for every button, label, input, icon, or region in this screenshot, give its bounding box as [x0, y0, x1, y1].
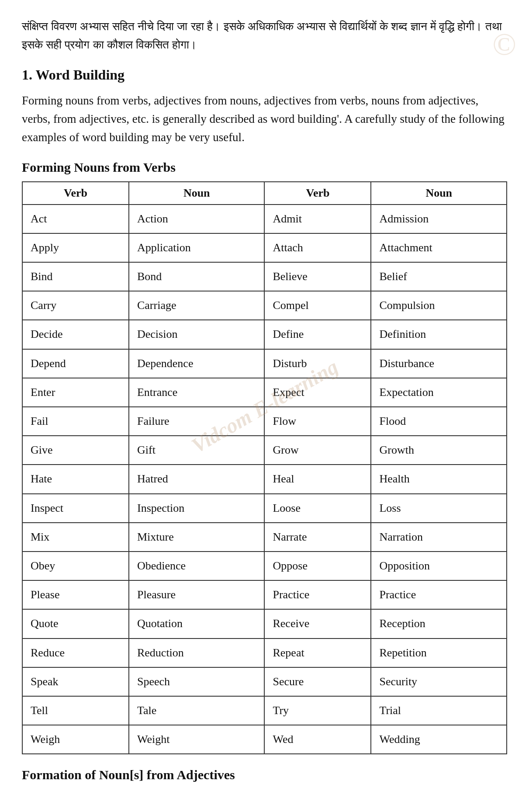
verb1-cell: Bind [22, 262, 129, 291]
verb1-cell: Carry [22, 291, 129, 320]
noun1-cell: Bond [129, 262, 265, 291]
verb2-cell: Disturb [264, 349, 371, 378]
bottom-heading: Formation of Noun[s] from Adjectives [22, 767, 507, 782]
noun2-cell: Health [371, 465, 507, 493]
verb2-cell: Expect [264, 378, 371, 407]
verb1-cell: Please [22, 580, 129, 609]
verb2-cell: Wed [264, 725, 371, 754]
verb1-cell: Tell [22, 696, 129, 725]
noun2-cell: Admission [371, 205, 507, 233]
hindi-intro-text: संक्षिप्त विवरण अभ्यास सहित नीचे दिया जा… [22, 17, 507, 54]
word-building-table: Verb Noun Verb Noun ActActionAdmitAdmiss… [22, 181, 507, 755]
noun1-cell: Application [129, 233, 265, 262]
verb1-cell: Hate [22, 465, 129, 493]
verb2-cell: Repeat [264, 638, 371, 667]
verb2-cell: Flow [264, 407, 371, 436]
verb1-cell: Reduce [22, 638, 129, 667]
noun2-cell: Security [371, 667, 507, 696]
noun2-cell: Belief [371, 262, 507, 291]
table-row: PleasePleasurePracticePractice [22, 580, 507, 609]
table-row: BindBondBelieveBelief [22, 262, 507, 291]
noun1-cell: Speech [129, 667, 265, 696]
table-row: FailFailureFlowFlood [22, 407, 507, 436]
noun1-cell: Weight [129, 725, 265, 754]
noun1-cell: Hatred [129, 465, 265, 493]
noun2-cell: Opposition [371, 552, 507, 580]
noun2-cell: Practice [371, 580, 507, 609]
noun2-cell: Attachment [371, 233, 507, 262]
verb1-cell: Inspect [22, 494, 129, 523]
noun1-cell: Failure [129, 407, 265, 436]
noun2-cell: Repetition [371, 638, 507, 667]
noun1-cell: Reduction [129, 638, 265, 667]
noun2-cell: Compulsion [371, 291, 507, 320]
table-row: DecideDecisionDefineDefinition [22, 320, 507, 349]
verb1-cell: Give [22, 436, 129, 465]
verb1-cell: Obey [22, 552, 129, 580]
verb2-cell: Grow [264, 436, 371, 465]
noun1-cell: Gift [129, 436, 265, 465]
noun1-cell: Quotation [129, 609, 265, 638]
verb1-cell: Apply [22, 233, 129, 262]
table-row: WeighWeightWedWedding [22, 725, 507, 754]
noun1-cell: Dependence [129, 349, 265, 378]
noun2-cell: Growth [371, 436, 507, 465]
noun2-cell: Definition [371, 320, 507, 349]
verb2-cell: Heal [264, 465, 371, 493]
table-row: DependDependenceDisturbDisturbance [22, 349, 507, 378]
table-row: GiveGiftGrowGrowth [22, 436, 507, 465]
table-row: SpeakSpeechSecureSecurity [22, 667, 507, 696]
table-row: InspectInspectionLooseLoss [22, 494, 507, 523]
noun1-cell: Obedience [129, 552, 265, 580]
noun1-cell: Tale [129, 696, 265, 725]
table-row: ApplyApplicationAttachAttachment [22, 233, 507, 262]
verb2-cell: Oppose [264, 552, 371, 580]
verb2-cell: Compel [264, 291, 371, 320]
verb1-cell: Mix [22, 523, 129, 552]
table-row: QuoteQuotationReceiveReception [22, 609, 507, 638]
verb2-cell: Practice [264, 580, 371, 609]
noun1-cell: Decision [129, 320, 265, 349]
table-row: HateHatredHealHealth [22, 465, 507, 493]
noun2-cell: Trial [371, 696, 507, 725]
verb2-cell: Narrate [264, 523, 371, 552]
noun2-cell: Expectation [371, 378, 507, 407]
header-verb2: Verb [264, 182, 371, 205]
table-row: EnterEntranceExpectExpectation [22, 378, 507, 407]
table-row: CarryCarriageCompelCompulsion [22, 291, 507, 320]
noun2-cell: Narration [371, 523, 507, 552]
noun2-cell: Wedding [371, 725, 507, 754]
table-row: ReduceReductionRepeatRepetition [22, 638, 507, 667]
intro-paragraph: Forming nouns from verbs, adjectives fro… [22, 92, 507, 147]
noun2-cell: Disturbance [371, 349, 507, 378]
verb1-cell: Quote [22, 609, 129, 638]
verb2-cell: Secure [264, 667, 371, 696]
table-row: TellTaleTryTrial [22, 696, 507, 725]
verb2-cell: Receive [264, 609, 371, 638]
nouns-from-verbs-heading: Forming Nouns from Verbs [22, 160, 507, 175]
noun1-cell: Inspection [129, 494, 265, 523]
noun1-cell: Action [129, 205, 265, 233]
noun1-cell: Entrance [129, 378, 265, 407]
section-heading: 1. Word Building [22, 67, 507, 83]
noun1-cell: Pleasure [129, 580, 265, 609]
verb2-cell: Loose [264, 494, 371, 523]
noun1-cell: Carriage [129, 291, 265, 320]
verb1-cell: Act [22, 205, 129, 233]
header-noun2: Noun [371, 182, 507, 205]
noun2-cell: Loss [371, 494, 507, 523]
verb1-cell: Speak [22, 667, 129, 696]
verb2-cell: Believe [264, 262, 371, 291]
table-row: ObeyObedienceOpposeOpposition [22, 552, 507, 580]
verb2-cell: Define [264, 320, 371, 349]
header-verb1: Verb [22, 182, 129, 205]
header-noun1: Noun [129, 182, 265, 205]
verb1-cell: Depend [22, 349, 129, 378]
table-row: MixMixtureNarrateNarration [22, 523, 507, 552]
noun2-cell: Flood [371, 407, 507, 436]
table-row: ActActionAdmitAdmission [22, 205, 507, 233]
verb1-cell: Fail [22, 407, 129, 436]
verb1-cell: Weigh [22, 725, 129, 754]
verb2-cell: Try [264, 696, 371, 725]
noun2-cell: Reception [371, 609, 507, 638]
